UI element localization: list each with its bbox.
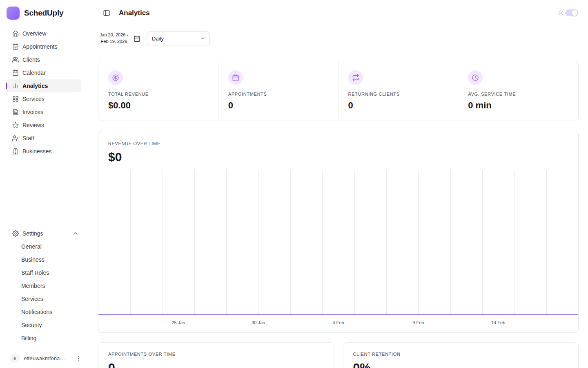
theme-switch[interactable]: [565, 9, 578, 16]
sidebar-item-settings-services[interactable]: Services: [0, 292, 88, 305]
sidebar-item-staff[interactable]: Staff: [6, 132, 81, 145]
gear-icon: [12, 230, 19, 237]
content: Total Revenue $0.00 Appointments 0 Retur…: [88, 51, 588, 368]
gridline: [450, 170, 451, 315]
calendar-icon: [228, 70, 243, 85]
sidebar-item-overview[interactable]: Overview: [6, 27, 81, 40]
gridline: [322, 170, 323, 315]
mini-card-value: 0%: [353, 361, 569, 368]
sidebar-item-label: Analytics: [22, 83, 48, 89]
mini-card-title: Appointments Over Time: [108, 352, 324, 357]
sidebar-nav: Overview Appointments Clients Calendar A…: [0, 25, 88, 158]
revenue-line: [98, 314, 578, 315]
clock-icon: [468, 70, 483, 85]
sidebar-item-services[interactable]: Services: [6, 92, 81, 105]
sidebar-item-settings-general[interactable]: General: [0, 240, 88, 253]
theme-toggle[interactable]: [558, 9, 578, 16]
sidebar-item-settings-security[interactable]: Security: [0, 319, 88, 332]
user-plus-icon: [12, 135, 19, 141]
dollar-icon: [108, 70, 123, 85]
sidebar-item-businesses[interactable]: Businesses: [6, 145, 81, 158]
app-logo: SchedUply: [0, 0, 88, 25]
avatar: e: [10, 353, 20, 363]
kebab-menu-icon[interactable]: [72, 352, 85, 364]
stat-value: $0.00: [108, 100, 208, 111]
mini-card-value: 0: [108, 361, 324, 368]
calendar-icon: [12, 70, 19, 76]
sidebar-item-label: Invoices: [22, 109, 43, 115]
invoice-icon: [12, 109, 19, 115]
settings-section: Settings General Business Staff Roles Me…: [0, 227, 88, 348]
topbar: Analytics: [88, 0, 588, 26]
revenue-chart-plot: [98, 170, 578, 315]
stat-label: Total Revenue: [108, 92, 208, 96]
building-icon: [12, 148, 19, 155]
sidebar-item-label: Appointments: [22, 43, 58, 50]
stat-card-appointments: Appointments 0: [218, 62, 339, 121]
gridline: [386, 170, 387, 315]
star-icon: [12, 122, 19, 128]
x-tick-label: 14 Feb: [491, 320, 505, 325]
home-icon: [12, 30, 19, 37]
sidebar-item-settings-members[interactable]: Members: [0, 279, 88, 292]
stat-value: 0: [228, 100, 328, 111]
bar-chart-icon: [12, 83, 19, 89]
sidebar-item-calendar[interactable]: Calendar: [6, 66, 81, 79]
stat-card-returning-clients: Returning Clients 0: [339, 62, 459, 121]
sidebar-item-settings[interactable]: Settings: [6, 227, 81, 240]
x-tick-label: 25 Jan: [172, 320, 185, 325]
x-tick-label: 4 Feb: [332, 320, 344, 325]
sidebar-item-appointments[interactable]: Appointments: [6, 40, 81, 53]
sidebar-item-settings-staff-roles[interactable]: Staff Roles: [0, 266, 88, 279]
sidebar-item-label: Overview: [22, 30, 46, 37]
gridline: [290, 170, 291, 315]
revenue-chart-header: Revenue Over Time $0: [98, 131, 578, 164]
interval-value: Daily: [152, 36, 164, 42]
gridline: [163, 170, 163, 315]
main-area: Analytics Jan 20, 2026 - Feb 19, 2026 Da…: [88, 0, 588, 368]
sub-item-label: Notifications: [21, 309, 52, 315]
date-range-picker[interactable]: Jan 20, 2026 - Feb 19, 2026: [98, 32, 140, 45]
calendar-check-icon: [12, 43, 19, 50]
gridline: [130, 170, 131, 315]
appointments-over-time-card: Appointments Over Time 0: [98, 342, 334, 368]
sun-icon: [558, 10, 564, 16]
sidebar-item-label: Clients: [22, 56, 40, 63]
user-name: etteuwakmfona…: [24, 355, 68, 361]
sub-item-label: Members: [21, 283, 45, 289]
filter-bar: Jan 20, 2026 - Feb 19, 2026 Daily: [88, 26, 588, 51]
calendar-icon: [134, 35, 140, 42]
sidebar-item-settings-business[interactable]: Business: [0, 253, 88, 266]
sidebar-item-settings-billing[interactable]: Billing: [0, 332, 88, 345]
sub-item-label: Security: [21, 322, 42, 328]
sidebar-item-label: Reviews: [22, 122, 44, 128]
stat-label: Returning Clients: [348, 92, 448, 96]
sidebar-item-reviews[interactable]: Reviews: [6, 119, 81, 132]
sidebar-toggle-icon[interactable]: [101, 8, 112, 18]
user-row: e etteuwakmfona…: [0, 348, 88, 368]
gridline: [194, 170, 195, 315]
chevron-up-icon[interactable]: [72, 230, 79, 237]
sub-item-label: Billing: [21, 335, 36, 341]
sidebar-item-analytics[interactable]: Analytics: [6, 79, 81, 92]
revenue-chart-axis: 25 Jan30 Jan4 Feb9 Feb14 Feb: [98, 315, 578, 332]
sub-item-label: Staff Roles: [21, 269, 49, 276]
sidebar-item-label: Services: [22, 96, 45, 102]
sidebar-item-invoices[interactable]: Invoices: [6, 105, 81, 119]
sidebar-item-settings-notifications[interactable]: Notifications: [0, 305, 88, 319]
mini-card-title: Client Retention: [353, 352, 569, 357]
stat-label: Avg. Service Time: [468, 92, 568, 96]
bottom-cards-row: Appointments Over Time 0 Client Retentio…: [98, 342, 579, 368]
x-tick-label: 9 Feb: [412, 320, 424, 325]
interval-select[interactable]: Daily: [147, 31, 210, 45]
repeat-icon: [348, 70, 363, 85]
date-range-value: Jan 20, 2026 - Feb 19, 2026: [98, 32, 130, 45]
client-retention-card: Client Retention 0%: [343, 342, 579, 368]
page-title: Analytics: [119, 9, 150, 17]
sidebar: SchedUply Overview Appointments Clients …: [0, 0, 88, 368]
sub-item-label: Services: [21, 296, 43, 302]
sidebar-item-clients[interactable]: Clients: [6, 53, 81, 66]
stat-value: 0 min: [468, 100, 568, 111]
chevron-down-icon: [200, 36, 205, 41]
sidebar-item-label: Staff: [22, 135, 34, 141]
